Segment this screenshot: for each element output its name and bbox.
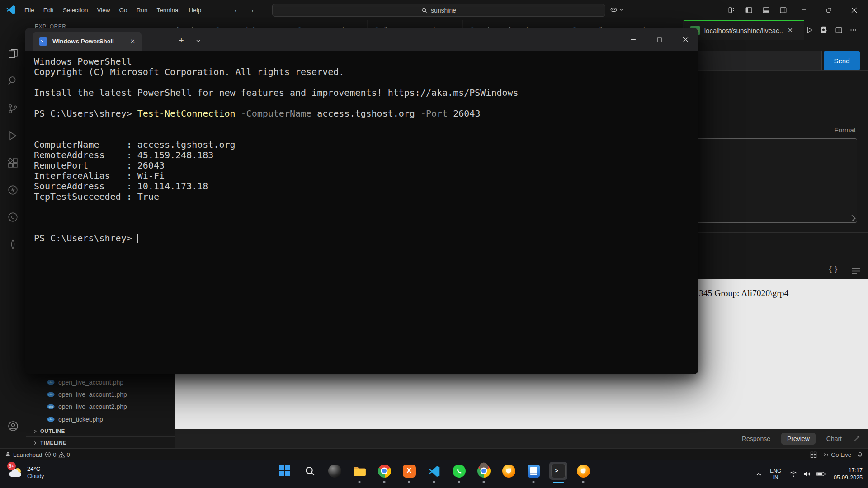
powershell-titlebar[interactable]: >_ Windows PowerShell ✕ + [25, 28, 698, 51]
language-indicator[interactable]: ENG IN [770, 468, 781, 480]
news-badge: 9+ [7, 462, 16, 470]
braces-icon[interactable]: { } [829, 265, 838, 274]
tray-chevron-icon[interactable] [756, 471, 762, 477]
orange-app-icon-2[interactable] [574, 462, 592, 480]
more-actions-icon[interactable] [849, 26, 857, 34]
menu-selection[interactable]: Selection [58, 5, 93, 15]
url-input[interactable] [684, 51, 822, 70]
back-arrow-icon[interactable]: ← [233, 5, 241, 14]
notepad-icon[interactable] [524, 462, 542, 480]
toggle-panel-icon[interactable] [762, 6, 770, 14]
vscode-taskbar-icon[interactable] [425, 462, 443, 480]
terminal-buffer[interactable]: Windows PowerShellCopyright (C) Microsof… [34, 56, 695, 374]
powershell-icon: >_ [39, 37, 47, 46]
clock[interactable]: 17:17 05-09-2025 [834, 467, 863, 481]
run-debug-icon[interactable] [7, 130, 19, 141]
problems-item[interactable]: 0 0 [45, 451, 70, 458]
remote-explorer-icon[interactable] [7, 211, 19, 223]
request-settings-icon[interactable] [820, 26, 828, 34]
whatsapp-icon[interactable] [450, 462, 468, 480]
file-item[interactable]: phpopen_live_account.php [26, 376, 175, 388]
taskbar-search-icon[interactable] [301, 462, 319, 480]
tab-dropdown-icon[interactable] [191, 32, 205, 50]
orange-app-icon[interactable] [500, 462, 518, 480]
xampp-icon[interactable]: X [400, 462, 418, 480]
file-item[interactable]: phpopen_live_account1.php [26, 388, 175, 400]
weather-widget[interactable]: 9+ 24°C Cloudy [6, 463, 44, 483]
weather-cond: Cloudy [27, 473, 44, 480]
powershell-tab[interactable]: >_ Windows PowerShell ✕ [33, 32, 142, 51]
powershell-window[interactable]: >_ Windows PowerShell ✕ + Windows PowerS… [25, 28, 698, 374]
volume-icon[interactable] [803, 470, 811, 478]
tray-time: 17:17 [834, 467, 863, 474]
wifi-icon[interactable] [789, 470, 797, 478]
command-center-search[interactable]: sunshine [272, 4, 605, 17]
toggle-secondary-sidebar-icon[interactable] [779, 6, 787, 14]
response-tab-response[interactable]: Response [742, 435, 770, 442]
send-button[interactable]: Send [824, 51, 860, 70]
menu-file[interactable]: File [20, 5, 39, 15]
thunder-client-icon[interactable] [7, 184, 19, 196]
start-icon[interactable] [276, 462, 294, 480]
mongodb-icon[interactable] [7, 239, 19, 250]
menu-view[interactable]: View [93, 5, 115, 15]
account-icon[interactable] [7, 420, 19, 432]
rest-client-tab[interactable]: POS localhost/sunshine/liveac.. ✕ [684, 20, 804, 40]
run-request-icon[interactable] [806, 26, 813, 34]
terminal-icon[interactable]: >_ [549, 462, 567, 480]
resize-diagonal-icon[interactable] [853, 435, 861, 443]
window-restore-button[interactable] [818, 0, 839, 20]
php-file-icon: php [47, 392, 55, 397]
menu-help[interactable]: Help [184, 5, 206, 15]
file-explorer-icon[interactable] [350, 462, 368, 480]
file-item[interactable]: phpopen_live_account2.php [26, 400, 175, 413]
file-label: open_ticket.php [58, 416, 103, 423]
section-timeline[interactable]: TIMELINE [26, 436, 175, 449]
window-minimize-button[interactable] [793, 0, 814, 20]
section-outline[interactable]: OUTLINE [26, 425, 175, 437]
launchpad-item[interactable]: Launchpad [5, 451, 42, 458]
menu-run[interactable]: Run [132, 5, 152, 15]
response-tab-chart[interactable]: Chart [826, 435, 842, 442]
ps-maximize-button[interactable] [649, 28, 670, 51]
tab-close-icon[interactable]: ✕ [130, 38, 135, 45]
warnings-icon [58, 451, 65, 458]
layout-customize-icon[interactable] [728, 6, 736, 14]
search-value: sunshine [431, 7, 456, 14]
chrome-icon[interactable] [375, 462, 393, 480]
close-icon[interactable]: ✕ [788, 27, 793, 34]
copilot-icon[interactable] [609, 5, 618, 14]
menu-edit[interactable]: Edit [39, 5, 58, 15]
go-live-item[interactable]: Go Live [822, 451, 851, 458]
new-tab-icon[interactable]: + [174, 32, 189, 50]
response-tabbar: ResponsePreviewChart [175, 429, 868, 448]
ps-minimize-button[interactable] [623, 28, 644, 51]
split-editor-icon[interactable] [835, 26, 843, 34]
explorer-icon[interactable] [7, 48, 19, 59]
bell-icon[interactable] [857, 451, 863, 458]
file-item[interactable]: phpopen_ticket.php [26, 413, 175, 425]
window-close-button[interactable] [844, 0, 864, 20]
response-tab-preview[interactable]: Preview [781, 433, 816, 445]
svg-text:php: php [48, 381, 53, 384]
source-control-icon[interactable] [7, 103, 19, 114]
request-body-textarea[interactable] [687, 138, 857, 223]
chevron-down-icon[interactable] [619, 8, 623, 12]
search-sidebar-icon[interactable] [7, 75, 19, 86]
php-file-icon: php [47, 380, 55, 385]
menu-go[interactable]: Go [115, 5, 132, 15]
preview-text: 345 Group: Ali7020\grp4 [699, 288, 788, 298]
chrome-profile-icon[interactable] [475, 462, 493, 480]
ps-close-button[interactable] [675, 28, 696, 51]
ports-grid-icon[interactable] [810, 451, 817, 458]
format-action[interactable]: Format [834, 126, 856, 134]
battery-icon[interactable] [816, 471, 826, 477]
extensions-icon[interactable] [7, 157, 19, 169]
sphere-app-icon[interactable] [326, 462, 344, 480]
list-icon[interactable] [851, 267, 861, 275]
chevron-right-icon [33, 441, 37, 445]
toggle-sidebar-icon[interactable] [745, 6, 753, 14]
svg-text:php: php [48, 405, 53, 408]
menu-terminal[interactable]: Terminal [152, 5, 184, 15]
forward-arrow-icon[interactable]: → [247, 5, 255, 14]
